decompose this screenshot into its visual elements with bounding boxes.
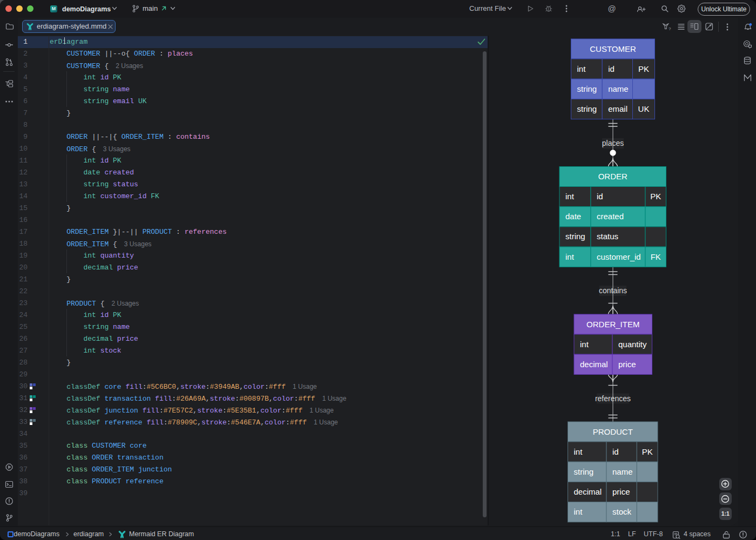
svg-text:FK: FK <box>651 252 661 261</box>
svg-text:id: id <box>612 447 619 456</box>
svg-text:ORDER: ORDER <box>598 172 627 181</box>
svg-text:string: string <box>577 84 597 93</box>
svg-text:int: int <box>574 507 583 516</box>
svg-text:ORDER_ITEM: ORDER_ITEM <box>586 320 639 329</box>
svg-text:PRODUCT: PRODUCT <box>593 427 633 436</box>
svg-text:contains: contains <box>599 286 627 295</box>
svg-text:id: id <box>608 64 615 73</box>
svg-text:int: int <box>565 252 575 261</box>
svg-text:customer_id: customer_id <box>597 252 641 261</box>
svg-text:status: status <box>597 232 618 241</box>
svg-text:email: email <box>608 104 627 113</box>
svg-text:PK: PK <box>638 64 649 73</box>
svg-text:string: string <box>574 467 594 476</box>
svg-text:date: date <box>565 212 581 221</box>
svg-text:string: string <box>565 232 585 241</box>
svg-text:PK: PK <box>650 192 661 201</box>
svg-text:price: price <box>618 360 636 369</box>
svg-text:int: int <box>580 340 589 349</box>
svg-text:decimal: decimal <box>580 360 608 369</box>
svg-text:PK: PK <box>642 447 653 456</box>
svg-text:int: int <box>565 192 575 201</box>
svg-text:int: int <box>574 447 583 456</box>
svg-text:decimal: decimal <box>574 487 602 496</box>
svg-text:references: references <box>595 394 631 403</box>
svg-text:price: price <box>612 487 630 496</box>
svg-text:CUSTOMER: CUSTOMER <box>590 44 636 53</box>
svg-text:stock: stock <box>612 507 632 516</box>
svg-text:name: name <box>608 84 629 93</box>
svg-text:?: ? <box>669 26 671 31</box>
svg-text:string: string <box>577 104 597 113</box>
svg-text:quantity: quantity <box>618 340 647 349</box>
svg-text:id: id <box>597 192 603 201</box>
svg-text:int: int <box>577 64 586 73</box>
svg-text:name: name <box>612 467 633 476</box>
svg-text:created: created <box>597 212 624 221</box>
svg-text:places: places <box>602 139 624 147</box>
svg-text:UK: UK <box>638 104 650 113</box>
